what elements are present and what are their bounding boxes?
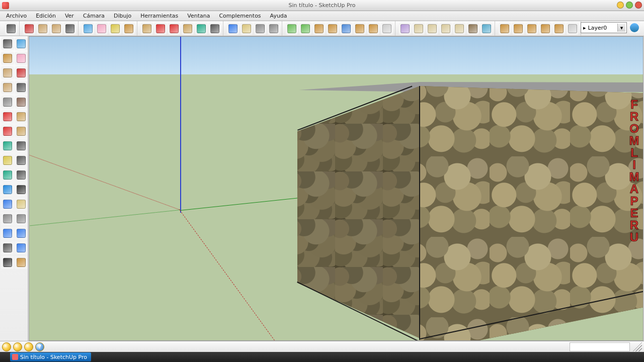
menu-ventana[interactable]: Ventana bbox=[183, 12, 214, 20]
protractor-tool[interactable] bbox=[1, 168, 14, 182]
look-around-tool[interactable] bbox=[15, 241, 28, 254]
minimize-button[interactable] bbox=[617, 2, 624, 9]
line-icon bbox=[17, 68, 26, 77]
preview-tool[interactable] bbox=[367, 23, 379, 35]
menu-dibujo[interactable]: Dibujo bbox=[110, 12, 135, 20]
make-component-tool[interactable] bbox=[15, 37, 28, 50]
section-plane-tool[interactable] bbox=[15, 256, 28, 269]
orbit-tool[interactable] bbox=[227, 23, 239, 35]
menu-cámara[interactable]: Cámara bbox=[79, 12, 109, 20]
menu-complementos[interactable]: Complementos bbox=[215, 12, 265, 20]
orbit-tool[interactable] bbox=[1, 198, 14, 211]
place-model-tool[interactable] bbox=[313, 23, 325, 35]
iso-tool[interactable] bbox=[399, 23, 411, 35]
zoom-tool[interactable] bbox=[1, 212, 14, 225]
pan-tool[interactable] bbox=[240, 23, 253, 35]
measurements-box[interactable] bbox=[570, 342, 630, 351]
eraser-tool[interactable] bbox=[96, 23, 108, 35]
tape-measure-tool[interactable] bbox=[1, 154, 14, 167]
add-location-tool[interactable] bbox=[286, 23, 298, 35]
circle-tool[interactable] bbox=[1, 81, 14, 94]
pan-tool[interactable] bbox=[15, 198, 28, 211]
layer-dropdown[interactable]: ▸ Layer0 ▾ bbox=[581, 22, 627, 33]
follow-me-tool[interactable] bbox=[15, 125, 28, 138]
menu-ver[interactable]: Ver bbox=[61, 12, 78, 20]
maximize-button[interactable] bbox=[626, 2, 633, 9]
layer-manager-button[interactable] bbox=[629, 22, 640, 33]
scale-tool[interactable] bbox=[1, 139, 14, 152]
arc-tool[interactable] bbox=[64, 23, 76, 35]
previous-tool[interactable] bbox=[1, 227, 14, 240]
menu-archivo[interactable]: Archivo bbox=[2, 12, 31, 20]
scale-tool[interactable] bbox=[195, 23, 207, 35]
front-tool[interactable] bbox=[413, 23, 425, 35]
offset-tool[interactable] bbox=[209, 23, 221, 35]
status-icon-3[interactable] bbox=[24, 342, 33, 351]
tape-measure-tool[interactable] bbox=[109, 23, 121, 35]
follow-me-tool[interactable] bbox=[182, 23, 194, 35]
paint-bucket-tool[interactable] bbox=[1, 52, 14, 65]
display-tool[interactable] bbox=[567, 23, 579, 35]
rotate-tool[interactable] bbox=[1, 125, 14, 138]
push-pull-tool[interactable] bbox=[141, 23, 153, 35]
shadows-tool[interactable] bbox=[539, 23, 551, 35]
walk-tool[interactable] bbox=[1, 256, 14, 269]
outliner-tool[interactable] bbox=[499, 23, 511, 35]
zoom-window-tool[interactable] bbox=[15, 212, 28, 225]
get-models-tool[interactable] bbox=[327, 23, 339, 35]
select-tool[interactable] bbox=[1, 37, 14, 50]
circle-tool[interactable] bbox=[50, 23, 62, 35]
text-tool[interactable] bbox=[15, 168, 28, 182]
rectangle-tool[interactable] bbox=[1, 66, 14, 79]
model-box[interactable] bbox=[297, 82, 643, 303]
position-camera-tool[interactable] bbox=[1, 241, 14, 254]
layers-tool[interactable] bbox=[512, 23, 524, 35]
move-tool[interactable] bbox=[154, 23, 167, 35]
line-tool[interactable] bbox=[15, 66, 28, 79]
rectangle-tool[interactable] bbox=[37, 23, 49, 35]
xray-tool[interactable] bbox=[480, 23, 493, 35]
left-tool[interactable] bbox=[453, 23, 465, 35]
share-tool[interactable] bbox=[354, 23, 366, 35]
polygon-tool[interactable] bbox=[1, 96, 14, 109]
scenes-tool[interactable] bbox=[526, 23, 538, 35]
3d-text-tool[interactable] bbox=[15, 183, 28, 196]
close-button[interactable] bbox=[635, 2, 642, 9]
menu-herramientas[interactable]: Herramientas bbox=[136, 12, 182, 20]
print-tool[interactable] bbox=[381, 23, 393, 35]
move-tool[interactable] bbox=[1, 110, 14, 123]
zoom-extents-tool[interactable] bbox=[268, 23, 280, 35]
top-tool[interactable] bbox=[467, 23, 479, 35]
next-tool[interactable] bbox=[15, 227, 28, 240]
right-icon bbox=[428, 24, 437, 33]
resize-grip-icon[interactable] bbox=[632, 342, 642, 351]
axes-tool[interactable] bbox=[1, 183, 14, 196]
eraser-tool[interactable] bbox=[15, 52, 28, 65]
paint-bucket-icon bbox=[3, 54, 12, 63]
rectangle-icon bbox=[3, 68, 12, 77]
main-toolbar: ▸ Layer0 ▾ bbox=[0, 21, 644, 36]
pencil-tool[interactable] bbox=[23, 23, 35, 35]
make-component-tool[interactable] bbox=[82, 23, 94, 35]
menu-ayuda[interactable]: Ayuda bbox=[266, 12, 291, 20]
help-icon[interactable]: ? bbox=[35, 342, 44, 351]
taskbar-app[interactable]: Sin título - SketchUp Pro bbox=[10, 352, 91, 361]
menu-edición[interactable]: Edición bbox=[32, 12, 60, 20]
offset-tool[interactable] bbox=[15, 139, 28, 152]
select-tool[interactable] bbox=[5, 23, 17, 35]
zoom-tool[interactable] bbox=[254, 23, 266, 35]
rotate-tool[interactable] bbox=[168, 23, 180, 35]
styles-tool[interactable] bbox=[553, 23, 565, 35]
viewport[interactable]: FROMLIMAPERU bbox=[29, 36, 643, 341]
freehand-tool[interactable] bbox=[15, 96, 28, 109]
status-icon-1[interactable] bbox=[2, 342, 11, 351]
paint-bucket-tool[interactable] bbox=[123, 23, 135, 35]
dimension-tool[interactable] bbox=[15, 154, 28, 167]
status-icon-2[interactable] bbox=[13, 342, 22, 351]
arc-tool[interactable] bbox=[15, 81, 28, 94]
back-tool[interactable] bbox=[440, 23, 452, 35]
3d-warehouse-tool[interactable] bbox=[340, 23, 352, 35]
push-pull-tool[interactable] bbox=[15, 110, 28, 123]
right-tool[interactable] bbox=[426, 23, 438, 35]
toggle-terrain-tool[interactable] bbox=[299, 23, 311, 35]
